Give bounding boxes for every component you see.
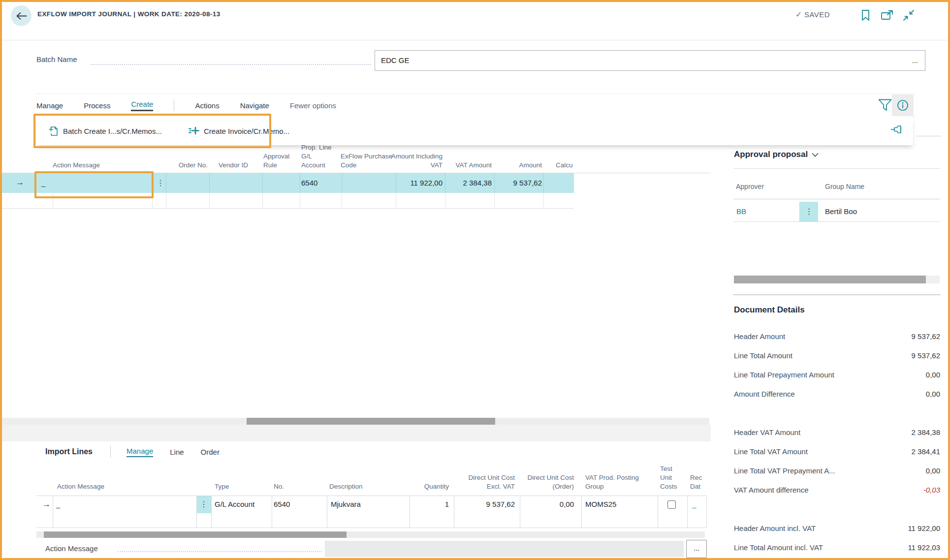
il-type-cell[interactable]: G/L Account bbox=[215, 496, 254, 513]
journal-selected-row[interactable]: → _ ⋮ 6540 11 922,00 2 384,38 9 537,62 bbox=[2, 173, 574, 193]
detail-value: 0,00 bbox=[926, 390, 940, 398]
il-row-menu[interactable]: ⋮ bbox=[196, 496, 211, 513]
il-test-unit-costs-checkbox[interactable] bbox=[667, 500, 676, 509]
batch-create-invoices-button[interactable]: Batch Create I...s/Cr.Memos... bbox=[48, 125, 162, 137]
column-header-vat-amount[interactable]: VAT Amount bbox=[445, 161, 492, 170]
il-column-no[interactable]: No. bbox=[274, 482, 318, 491]
footer-action-message-label: Action Message bbox=[45, 544, 98, 553]
detail-value: 11 922,03 bbox=[908, 543, 940, 552]
il-column-rec-date-clipped[interactable]: Rec Dat bbox=[690, 473, 705, 491]
il-action-message-cursor[interactable]: _ bbox=[56, 496, 60, 513]
pin-icon[interactable] bbox=[890, 124, 904, 134]
import-lines-hscrollbar-thumb[interactable] bbox=[44, 531, 347, 538]
journal-action-bar: Manage Process Create Actions Navigate F… bbox=[36, 93, 915, 117]
menu-navigate[interactable]: Navigate bbox=[240, 101, 269, 110]
il-description-cell[interactable]: Mjukvara bbox=[331, 496, 361, 513]
import-lines-tab-manage[interactable]: Manage bbox=[127, 447, 153, 457]
menu-create[interactable]: Create bbox=[131, 100, 153, 111]
import-lines-tab-line[interactable]: Line bbox=[170, 448, 184, 456]
column-header-order-no[interactable]: Order No. bbox=[164, 161, 208, 170]
il-column-action-message[interactable]: Action Message bbox=[57, 482, 156, 491]
column-header-prop-line-gl-account[interactable]: Prop. Line G/L Account bbox=[301, 143, 337, 170]
menu-process[interactable]: Process bbox=[84, 101, 110, 110]
il-quantity-cell[interactable]: 1 bbox=[411, 496, 449, 513]
detail-label: Line Total VAT Prepayment A... bbox=[734, 467, 835, 475]
approver-column-header[interactable]: Approver bbox=[736, 183, 764, 190]
import-lines-tab-order[interactable]: Order bbox=[201, 448, 220, 456]
amount-including-vat-cell[interactable]: 11 922,00 bbox=[395, 173, 443, 193]
approval-hscrollbar-thumb[interactable] bbox=[734, 276, 926, 283]
bookmark-icon[interactable] bbox=[861, 9, 870, 21]
approval-hscrollbar-track[interactable] bbox=[734, 276, 940, 283]
column-header-vendor-id[interactable]: Vendor ID bbox=[219, 161, 263, 170]
journal-hscrollbar-thumb[interactable] bbox=[247, 418, 495, 425]
import-lines-title: Import Lines bbox=[45, 447, 93, 456]
import-lines-toolbar: Import Lines Manage Line Order bbox=[36, 441, 711, 462]
batch-name-field[interactable]: EDC GE ... bbox=[375, 50, 925, 71]
action-message-cell-cursor[interactable]: _ bbox=[41, 173, 45, 193]
amount-cell[interactable]: 9 537,62 bbox=[494, 173, 542, 193]
menu-fewer-options[interactable]: Fewer options bbox=[290, 101, 336, 110]
il-column-description[interactable]: Description bbox=[329, 482, 403, 491]
collapse-icon[interactable] bbox=[903, 9, 915, 21]
approval-row-menu[interactable]: ⋮ bbox=[800, 202, 818, 221]
detail-row: Line Total VAT Prepayment A...0,00 bbox=[734, 461, 940, 480]
import-lines-hscrollbar-track[interactable] bbox=[36, 531, 705, 538]
import-lines-empty-row[interactable] bbox=[36, 513, 707, 528]
menu-manage[interactable]: Manage bbox=[36, 101, 63, 110]
info-button[interactable] bbox=[892, 94, 914, 116]
il-column-direct-unit-cost-order[interactable]: Direct Unit Cost (Order) bbox=[525, 473, 574, 491]
il-column-direct-unit-cost-excl-vat[interactable]: Direct Unit Cost Excl. VAT bbox=[457, 473, 515, 491]
open-in-new-window-icon[interactable] bbox=[881, 10, 893, 20]
row-pointer-icon: → bbox=[16, 173, 24, 193]
batch-name-value: EDC GE bbox=[381, 56, 410, 64]
create-invoice-button[interactable]: Create Invoice/Cr.Memo... bbox=[189, 126, 289, 136]
section-gap bbox=[2, 425, 711, 441]
column-header-amount[interactable]: Amount bbox=[494, 161, 542, 170]
approval-proposal-header[interactable]: Approval proposal bbox=[734, 150, 819, 159]
filter-icon[interactable] bbox=[878, 99, 892, 112]
il-vat-group-cell[interactable]: MOMS25 bbox=[585, 496, 616, 513]
import-lines-grid-header: Action Message Type No. Description Quan… bbox=[2, 465, 711, 495]
create-submenu: Batch Create I...s/Cr.Memos... Create In… bbox=[36, 117, 913, 145]
import-lines-selected-row[interactable]: → _ ⋮ G/L Account 6540 Mjukvara 1 9 537,… bbox=[36, 496, 707, 514]
batch-assist-edit[interactable]: ... bbox=[912, 51, 918, 70]
il-no-cell[interactable]: 6540 bbox=[274, 496, 290, 513]
detail-row: VAT Amount difference-0,03 bbox=[734, 480, 940, 499]
detail-label: Line Total Amount incl. VAT bbox=[734, 543, 823, 552]
gl-account-cell[interactable]: 6540 bbox=[301, 173, 317, 193]
detail-value: 2 384,38 bbox=[912, 428, 940, 436]
back-button[interactable] bbox=[11, 5, 32, 26]
column-header-calculated-clipped[interactable]: Calcu bbox=[556, 161, 574, 170]
detail-label: Header Amount incl. VAT bbox=[734, 524, 816, 532]
footer-action-message-field[interactable] bbox=[325, 541, 684, 557]
il-rec-date-cursor[interactable]: _ bbox=[692, 496, 696, 513]
il-column-vat-prod-posting-group[interactable]: VAT Prod. Posting Group bbox=[585, 473, 639, 491]
il-column-test-unit-costs[interactable]: Test Unit Costs bbox=[660, 465, 681, 491]
il-column-type[interactable]: Type bbox=[215, 482, 264, 491]
menu-actions[interactable]: Actions bbox=[195, 101, 219, 110]
menu-separator bbox=[174, 99, 174, 111]
footer-assist-edit-button[interactable]: ... bbox=[686, 540, 707, 558]
detail-row: Line Total VAT Amount2 384,41 bbox=[734, 442, 940, 461]
detail-row: Line Total Amount9 537,62 bbox=[734, 346, 940, 365]
column-header-amount-including-vat[interactable]: Amount Including VAT bbox=[391, 152, 443, 170]
create-invoice-icon bbox=[189, 126, 199, 136]
approver-cell[interactable]: BB bbox=[736, 202, 746, 221]
approval-proposal-title: Approval proposal bbox=[734, 150, 808, 159]
il-duc-order-cell[interactable]: 0,00 bbox=[525, 496, 574, 513]
group-name-column-header[interactable]: Group Name bbox=[825, 183, 864, 190]
column-header-approval-rule[interactable]: Approval Rule bbox=[263, 152, 298, 170]
journal-empty-row[interactable] bbox=[2, 193, 574, 209]
column-header-action-message[interactable]: Action Message bbox=[53, 161, 151, 170]
journal-hscrollbar-track[interactable] bbox=[2, 418, 709, 425]
group-name-cell[interactable]: Bertil Boo bbox=[825, 202, 857, 221]
import-lines-separator bbox=[110, 446, 111, 458]
factbox-divider bbox=[733, 294, 941, 295]
row-menu-icon[interactable]: ⋮ bbox=[157, 173, 164, 193]
vat-amount-cell[interactable]: 2 384,38 bbox=[445, 173, 492, 193]
column-header-exflow-purchase-code[interactable]: ExFlow Purchase Code bbox=[341, 152, 394, 170]
detail-value-negative: -0,03 bbox=[923, 486, 940, 494]
il-column-quantity[interactable]: Quantity bbox=[411, 482, 449, 491]
il-duc-excl-vat-cell[interactable]: 9 537,62 bbox=[457, 496, 515, 513]
